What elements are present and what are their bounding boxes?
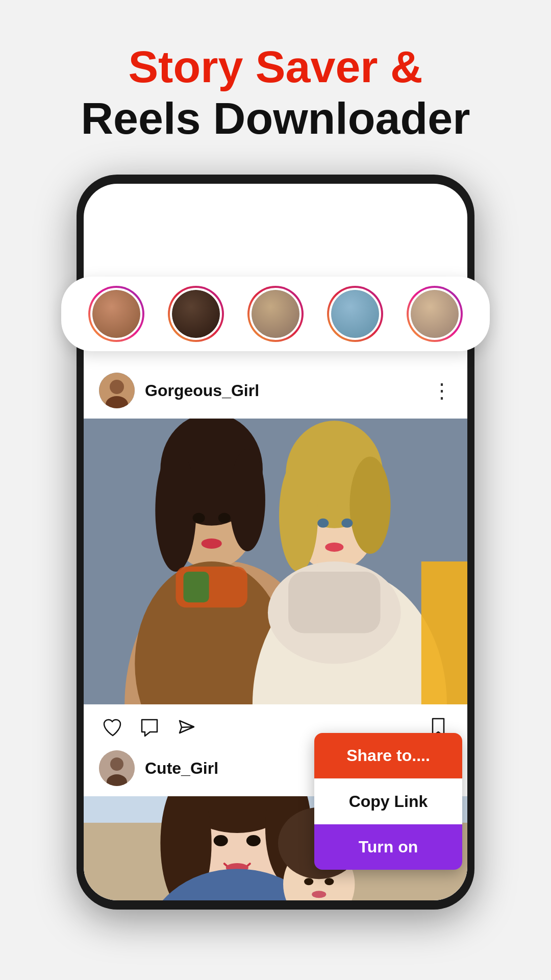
story-item-2[interactable] (168, 286, 224, 342)
svg-point-18 (279, 459, 318, 572)
like-icon[interactable] (102, 717, 123, 743)
svg-point-44 (304, 878, 313, 886)
post1-avatar (99, 373, 135, 408)
svg-point-21 (341, 519, 353, 528)
post1-more-icon[interactable]: ⋮ (432, 379, 452, 402)
phone-mockup: Gorgeous_Girl ⋮ (77, 175, 474, 910)
context-menu: Share to.... Copy Link Turn on (314, 733, 462, 870)
svg-point-39 (246, 835, 261, 846)
svg-point-45 (324, 878, 334, 886)
turn-on-button[interactable]: Turn on (314, 824, 462, 870)
share-to-label: Share to.... (346, 746, 430, 765)
copy-link-label: Copy Link (349, 792, 428, 811)
svg-point-10 (218, 513, 231, 523)
copy-link-button[interactable]: Copy Link (314, 778, 462, 824)
story-item-3[interactable] (247, 286, 304, 342)
share-to-button[interactable]: Share to.... (314, 733, 462, 778)
svg-rect-14 (184, 572, 209, 602)
turn-on-label: Turn on (359, 838, 418, 856)
stories-strip (61, 277, 490, 351)
svg-rect-24 (288, 572, 380, 633)
story-item-1[interactable] (88, 286, 144, 342)
svg-rect-25 (421, 561, 467, 704)
title-line2: Reels Downloader (81, 92, 470, 144)
post2-avatar (99, 750, 135, 786)
svg-point-46 (312, 891, 326, 898)
comment-icon[interactable] (139, 717, 160, 743)
app-title: Story Saver & Reels Downloader (81, 41, 470, 144)
svg-line-26 (182, 727, 194, 727)
svg-point-20 (317, 519, 329, 528)
svg-point-38 (214, 835, 228, 846)
svg-point-9 (193, 513, 205, 523)
send-icon[interactable] (176, 717, 197, 743)
story-item-5[interactable] (407, 286, 463, 342)
svg-point-28 (110, 757, 123, 771)
svg-point-19 (349, 457, 390, 554)
svg-point-11 (202, 538, 222, 549)
story-item-4[interactable] (327, 286, 383, 342)
svg-point-8 (230, 449, 265, 552)
post1-image (84, 408, 467, 704)
svg-point-1 (110, 380, 124, 394)
post1-header: Gorgeous_Girl ⋮ (84, 362, 467, 419)
post1-username: Gorgeous_Girl (145, 381, 432, 400)
title-line1: Story Saver & (81, 41, 470, 92)
svg-point-22 (325, 543, 343, 552)
svg-point-7 (155, 449, 196, 572)
